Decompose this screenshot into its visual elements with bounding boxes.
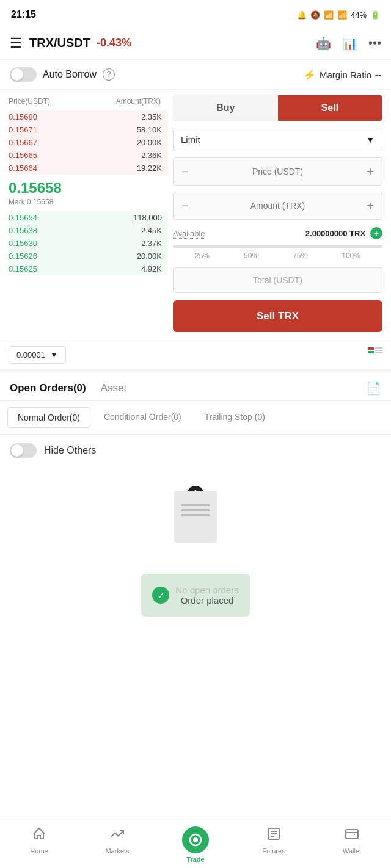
pct-50[interactable]: 50% <box>244 251 258 260</box>
order-placed-text: Order placed <box>181 595 234 606</box>
available-label: Available <box>173 229 205 238</box>
chart-icon[interactable]: 📊 <box>342 36 357 51</box>
bottom-nav: Home Markets Trade Futures <box>0 820 391 868</box>
pct-100[interactable]: 100% <box>342 251 360 260</box>
buy-tab[interactable]: Buy <box>174 95 278 121</box>
signal-icon: 📶 <box>337 10 347 20</box>
price-increase-button[interactable]: + <box>359 158 382 185</box>
wallet-icon <box>345 826 359 845</box>
trading-pair: TRX/USDT <box>29 36 90 50</box>
ob-buy-row[interactable]: 0.15626 20.00K <box>9 250 168 262</box>
mark-label: Mark <box>9 198 25 206</box>
buy-sell-tabs: Buy Sell <box>173 95 382 121</box>
svg-rect-0 <box>368 347 374 350</box>
ob-buy-price-4: 0.15625 <box>9 264 37 273</box>
alarm-icon: 🔔 <box>297 10 307 20</box>
top-controls: Auto Borrow ? ⚡ Margin Ratio -- <box>0 60 391 90</box>
open-orders-tab[interactable]: Open Orders(0) <box>10 382 86 394</box>
ob-sell-price-1: 0.15671 <box>9 125 37 134</box>
order-type-select[interactable]: Limit ▼ <box>173 128 382 151</box>
price-input[interactable] <box>197 167 359 176</box>
ob-buy-amount-0: 118.000 <box>133 213 162 222</box>
ob-sell-amount-4: 19.22K <box>137 164 162 173</box>
hide-others-toggle[interactable] <box>10 443 37 458</box>
amount-increase-button[interactable]: + <box>359 192 382 219</box>
order-placed-banner: ✓ No open orders Order placed <box>141 574 249 617</box>
orders-doc-icon[interactable]: 📄 <box>366 381 381 396</box>
available-value: 2.00000000 TRX <box>305 229 365 238</box>
ob-buy-amount-3: 20.00K <box>137 251 162 261</box>
pct-75[interactable]: 75% <box>293 251 307 260</box>
futures-icon <box>266 826 281 845</box>
margin-ratio-section[interactable]: ⚡ Margin Ratio -- <box>304 69 381 81</box>
nav-trade[interactable]: Trade <box>177 826 214 863</box>
nav-futures[interactable]: Futures <box>255 826 292 863</box>
help-icon[interactable]: ? <box>103 68 115 81</box>
hide-others-row: Hide Others <box>0 435 391 466</box>
header-actions: 🤖 📊 ••• <box>316 36 381 51</box>
amount-decrease-button[interactable]: − <box>174 192 197 219</box>
ob-buy-price-1: 0.15638 <box>9 226 37 235</box>
nav-markets[interactable]: Markets <box>99 826 136 863</box>
empty-orders-icon: ! <box>174 491 217 543</box>
ob-sell-row[interactable]: 0.15664 19.22K <box>9 162 168 175</box>
increment-dropdown[interactable]: 0.00001 ▼ <box>9 346 66 364</box>
sell-tab[interactable]: Sell <box>278 95 382 121</box>
amount-input[interactable] <box>197 201 359 211</box>
ob-buy-row[interactable]: 0.15625 4.92K <box>9 262 168 275</box>
ob-buy-row[interactable]: 0.15638 2.45K <box>9 224 168 237</box>
pct-bar <box>173 245 382 248</box>
nav-wallet[interactable]: Wallet <box>334 826 370 863</box>
ob-sell-row[interactable]: 0.15671 58.10K <box>9 123 168 136</box>
current-price-section: 0.15658 Mark 0.15658 <box>9 175 168 211</box>
ob-sell-amount-2: 20.00K <box>137 138 162 147</box>
orders-tabs: Open Orders(0) Asset 📄 <box>0 372 391 401</box>
svg-rect-1 <box>368 351 374 353</box>
price-input-row: − + <box>173 157 382 186</box>
mark-price-value: 0.15658 <box>27 198 53 206</box>
status-time: 21:15 <box>11 9 36 20</box>
hide-others-label: Hide Others <box>44 445 96 456</box>
ob-sell-row[interactable]: 0.15680 2.35K <box>9 110 168 123</box>
check-icon: ✓ <box>152 587 169 604</box>
pct-section: 25% 50% 75% 100% <box>173 245 382 261</box>
ob-sell-price-0: 0.15680 <box>9 112 37 121</box>
nav-futures-label: Futures <box>262 847 285 855</box>
header: ☰ TRX/USDT -0.43% 🤖 📊 ••• <box>0 27 391 60</box>
ob-buy-price-2: 0.15630 <box>9 239 37 248</box>
auto-borrow-label: Auto Borrow <box>43 69 97 80</box>
ob-sell-row[interactable]: 0.15667 20.00K <box>9 136 168 149</box>
svg-rect-2 <box>375 347 382 349</box>
ob-col-price: Price(USDT) <box>9 97 50 106</box>
pct-25[interactable]: 25% <box>195 251 210 260</box>
ob-buy-row[interactable]: 0.15630 2.37K <box>9 237 168 250</box>
auto-borrow-section: Auto Borrow ? <box>10 67 115 82</box>
list-view-icon[interactable] <box>368 347 382 363</box>
sell-trx-button[interactable]: Sell TRX <box>173 300 382 332</box>
orders-section: Open Orders(0) Asset 📄 Normal Order(0) C… <box>0 369 391 626</box>
asset-tab[interactable]: Asset <box>101 382 127 394</box>
menu-icon[interactable]: ☰ <box>10 35 22 51</box>
increment-value: 0.00001 <box>16 350 45 360</box>
ob-buy-row[interactable]: 0.15654 118.000 <box>9 211 168 224</box>
ob-sell-price-3: 0.15665 <box>9 151 37 160</box>
ob-sell-row[interactable]: 0.15665 2.36K <box>9 149 168 162</box>
add-funds-button[interactable]: + <box>370 227 382 239</box>
mute-icon: 🔕 <box>310 10 320 20</box>
auto-borrow-toggle[interactable] <box>10 67 37 82</box>
price-decrease-button[interactable]: − <box>174 158 197 185</box>
svg-rect-4 <box>375 352 382 353</box>
trade-circle-icon <box>182 826 209 853</box>
bot-icon[interactable]: 🤖 <box>316 36 331 51</box>
trailing-stop-tab[interactable]: Trailing Stop (0) <box>195 407 275 428</box>
more-icon[interactable]: ••• <box>368 36 381 50</box>
margin-ratio-label: Margin Ratio <box>320 70 371 80</box>
ob-sell-price-2: 0.15667 <box>9 138 37 147</box>
normal-order-tab[interactable]: Normal Order(0) <box>7 407 90 428</box>
conditional-order-tab[interactable]: Conditional Order(0) <box>94 407 191 428</box>
toggle-knob <box>11 68 23 81</box>
ob-col-amount: Amount(TRX) <box>116 97 161 106</box>
order-book: Price(USDT) Amount(TRX) 0.15680 2.35K 0.… <box>0 90 168 341</box>
current-price-value: 0.15658 <box>9 179 168 197</box>
nav-home[interactable]: Home <box>21 826 57 863</box>
